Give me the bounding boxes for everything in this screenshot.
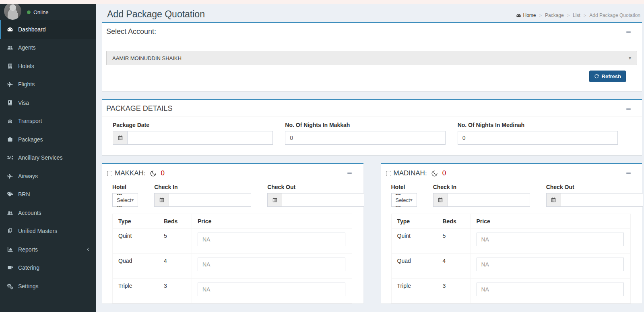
room-type-cell: Quint	[391, 229, 437, 254]
refresh-icon	[594, 74, 599, 79]
sidebar-item-label: Airways	[18, 173, 38, 179]
calendar-icon[interactable]	[267, 193, 282, 207]
makkah-hotel-field: Hotel --- Select --- ▾	[112, 184, 138, 207]
collapse-button[interactable]	[625, 106, 632, 111]
collapse-button[interactable]	[347, 171, 353, 175]
tags-icon	[6, 191, 14, 198]
sidebar-item-catering[interactable]: Catering	[0, 259, 96, 277]
sidebar-item-label: Accounts	[18, 210, 41, 216]
makkah-checkbox[interactable]	[107, 171, 112, 176]
moon-icon	[431, 170, 438, 177]
makkah-title: MAKKAH:	[115, 169, 146, 177]
sidebar-item-flights[interactable]: Flights	[0, 75, 96, 94]
sidebar-item-airways[interactable]: Airways	[0, 167, 96, 185]
calendar-icon[interactable]	[433, 193, 448, 207]
package-date-field: Package Date	[113, 122, 273, 145]
sidebar-item-label: Transport	[18, 118, 42, 124]
makkah-panel: MAKKAH: 0 Hotel --- Select --- ▾	[102, 163, 363, 304]
sidebar-item-label: Reports	[18, 246, 38, 253]
makkah-quint-price-input[interactable]	[198, 233, 345, 246]
table-row: Triple 3	[391, 279, 631, 304]
breadcrumb-separator: >	[567, 13, 570, 18]
breadcrumb-list[interactable]: List	[573, 12, 580, 18]
city-panels-row: MAKKAH: 0 Hotel --- Select --- ▾	[102, 163, 642, 311]
nights-medinah-label: No. Of Nights In Medinah	[458, 122, 618, 128]
room-type-cell: Triple	[391, 279, 437, 304]
beds-cell: 5	[437, 229, 471, 254]
nights-medinah-field: No. Of Nights In Medinah	[458, 122, 618, 145]
sidebar-item-settings[interactable]: Settings	[0, 277, 96, 295]
package-date-label: Package Date	[113, 122, 273, 128]
minus-icon	[626, 173, 631, 174]
gears-icon	[6, 283, 14, 289]
madinah-checkout-input[interactable]	[561, 193, 643, 207]
sidebar-item-label: Catering	[18, 264, 39, 271]
book-icon	[6, 100, 14, 106]
table-row: Quint 5	[391, 229, 631, 254]
breadcrumb-home[interactable]: Home	[516, 12, 536, 18]
sidebar-item-label: Settings	[18, 283, 39, 289]
sidebar-item-reports[interactable]: Reports	[0, 240, 96, 259]
makkah-checkout-input[interactable]	[282, 193, 364, 207]
madinah-checkin-field: Check In	[433, 184, 530, 207]
building-icon	[6, 63, 14, 69]
madinah-checkbox[interactable]	[386, 171, 391, 176]
madinah-room-table: Type Beds Price Quint 5	[391, 214, 631, 304]
sidebar-item-dashboard[interactable]: Dashboard	[0, 20, 96, 39]
breadcrumb-package[interactable]: Package	[545, 12, 564, 18]
sidebar-item-ancillary-services[interactable]: Ancillary Services	[0, 149, 96, 167]
sidebar-item-packages[interactable]: Packages	[0, 130, 96, 149]
madinah-hotel-select[interactable]: --- Select --- ▾	[391, 193, 417, 207]
nights-medinah-input[interactable]	[458, 131, 618, 145]
sidebar-item-label: Ancillary Services	[18, 154, 62, 161]
room-type-cell: Triple	[113, 279, 158, 304]
collapse-button[interactable]	[625, 29, 632, 34]
makkah-checkin-field: Check In	[154, 184, 251, 207]
sidebar-menu: Dashboard Agents Hotels Flights Visa Tra…	[0, 20, 96, 295]
package-date-input[interactable]	[127, 131, 273, 145]
madinah-quad-price-input[interactable]	[477, 258, 624, 271]
makkah-room-table: Type Beds Price Quint 5	[112, 214, 352, 304]
makkah-triple-price-input[interactable]	[198, 283, 345, 296]
calendar-icon[interactable]	[113, 131, 127, 145]
calendar-icon[interactable]	[154, 193, 169, 207]
home-dashboard-icon	[516, 13, 521, 18]
madinah-quint-price-input[interactable]	[477, 233, 624, 246]
sidebar-item-brn[interactable]: BRN	[0, 185, 96, 204]
madinah-checkout-field: Check Out	[546, 184, 643, 207]
makkah-hotel-select[interactable]: --- Select --- ▾	[112, 193, 138, 207]
collapse-button[interactable]	[625, 171, 632, 175]
sidebar-item-label: Hotels	[18, 63, 34, 69]
sidebar-item-transport[interactable]: Transport	[0, 112, 96, 131]
account-select[interactable]: AAMIR MOINUDDIN SHAIKH ▾	[106, 51, 637, 65]
account-select-value: AAMIR MOINUDDIN SHAIKH	[112, 55, 182, 61]
makkah-checkin-input[interactable]	[169, 193, 251, 207]
makkah-quad-price-input[interactable]	[198, 258, 345, 271]
sidebar-item-unified-masters[interactable]: Unified Masters	[0, 222, 96, 241]
sidebar-item-accounts[interactable]: Accounts	[0, 204, 96, 222]
sidebar-item-visa[interactable]: Visa	[0, 94, 96, 112]
plane-icon	[6, 173, 14, 179]
bar-chart-icon	[6, 246, 14, 253]
dashboard-icon	[6, 26, 14, 33]
sidebar-item-label: Packages	[18, 136, 43, 143]
sidebar-item-hotels[interactable]: Hotels	[0, 57, 96, 75]
nights-makkah-input[interactable]	[285, 131, 445, 145]
calendar-icon[interactable]	[546, 193, 561, 207]
table-header-price: Price	[192, 214, 352, 229]
madinah-checkin-input[interactable]	[448, 193, 530, 207]
sidebar-item-label: Unified Masters	[18, 228, 57, 234]
sidebar-item-agents[interactable]: Agents	[0, 39, 96, 57]
select-account-panel: Select Account: AAMIR MOINUDDIN SHAIKH ▾…	[102, 22, 642, 91]
caret-down-icon: ▾	[410, 197, 413, 203]
plane-icon	[6, 81, 14, 87]
madinah-triple-price-input[interactable]	[477, 283, 624, 296]
minus-icon	[626, 108, 631, 110]
main-content: Add Package Quotation Home > Package > L…	[96, 4, 644, 312]
room-type-cell: Quint	[113, 229, 158, 254]
hotel-select-value: --- Select ---	[117, 191, 131, 209]
sidebar-item-label: BRN	[18, 191, 30, 198]
refresh-button[interactable]: Refresh	[589, 71, 626, 82]
sidebar-item-label: Dashboard	[18, 26, 46, 33]
room-type-cell: Quad	[391, 254, 437, 279]
